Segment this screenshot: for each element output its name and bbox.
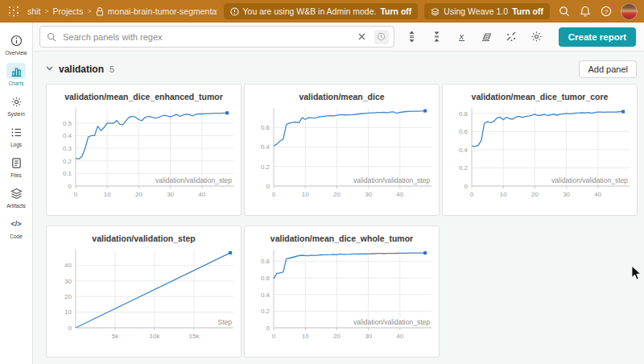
svg-text:0.4: 0.4 xyxy=(459,147,469,154)
user-avatar[interactable] xyxy=(621,3,638,20)
svg-text:40: 40 xyxy=(594,191,601,198)
weave-layers-icon xyxy=(431,7,440,16)
chart-panel[interactable]: validation/mean_dice_whole_tumor 00.20.4… xyxy=(244,225,440,358)
top-navbar: shit > Projects > monai-brain-tumor-segm… xyxy=(0,0,644,23)
chart-title: validation/mean_dice_tumor_core xyxy=(443,85,637,101)
svg-text:10: 10 xyxy=(500,191,507,198)
svg-text:30: 30 xyxy=(365,191,372,198)
sparkline-magic-icon[interactable] xyxy=(505,30,518,43)
search-history-icon[interactable] xyxy=(374,30,389,44)
svg-text:0.6: 0.6 xyxy=(459,128,469,135)
run-sidebar: Overview Charts System Logs xyxy=(0,23,33,364)
weave-turn-off-button[interactable]: Turn off xyxy=(512,6,543,16)
expand-panels-icon[interactable] xyxy=(405,30,419,43)
svg-text:0.2: 0.2 xyxy=(63,158,72,165)
svg-text:10: 10 xyxy=(64,308,72,316)
sidebar-item-label: Charts xyxy=(8,81,23,86)
sidebar-item-label: Logs xyxy=(10,142,22,147)
line-chart-plot[interactable]: 00.20.40.6010203040validation/validation… xyxy=(245,102,439,205)
svg-text:validation/validation_step: validation/validation_step xyxy=(155,176,232,184)
svg-text:15k: 15k xyxy=(189,333,200,340)
line-chart-plot[interactable]: 00.10.20.30.40.5010203040validation/vali… xyxy=(47,102,241,205)
chart-title: validation/mean_dice_enhanced_tumor xyxy=(47,85,241,101)
search-input[interactable] xyxy=(61,31,350,43)
chart-panel[interactable]: validation/mean_dice_tumor_core 00.20.40… xyxy=(442,84,638,216)
admin-mode-banner[interactable]: You are using W&B in Admin mode. Turn of… xyxy=(224,3,419,19)
sidebar-item-overview[interactable]: Overview xyxy=(0,32,32,56)
sidebar-item-system[interactable]: System xyxy=(0,93,32,117)
svg-text:10: 10 xyxy=(302,191,309,198)
breadcrumb: shit > Projects > monai-brain-tumor-segm… xyxy=(27,6,217,16)
wandb-run-workspace: shit > Projects > monai-brain-tumor-segm… xyxy=(0,0,644,364)
weave-banner-text: Using Weave 1.0 xyxy=(444,6,508,16)
panels-toolbar: x Create report xyxy=(33,23,644,52)
sidebar-item-code[interactable]: </> Code xyxy=(0,216,32,239)
breadcrumb-user[interactable]: shit xyxy=(27,6,40,16)
breadcrumb-project[interactable]: monai-brain-tumor-segmentation xyxy=(108,6,217,16)
notifications-bell-icon[interactable] xyxy=(579,5,592,18)
bar-chart-icon xyxy=(6,63,26,79)
document-icon xyxy=(6,155,26,171)
breadcrumb-projects[interactable]: Projects xyxy=(53,6,84,16)
admin-banner-text: You are using W&B in Admin mode. xyxy=(243,6,377,16)
clear-search-icon[interactable] xyxy=(355,30,369,44)
svg-text:0.3: 0.3 xyxy=(63,145,72,152)
search-icon[interactable] xyxy=(558,5,571,18)
x-axis-settings-icon[interactable]: x xyxy=(455,30,469,43)
admin-turn-off-button[interactable]: Turn off xyxy=(380,6,411,16)
svg-text:0: 0 xyxy=(68,325,72,332)
chevron-down-icon[interactable] xyxy=(46,64,53,72)
svg-text:0.8: 0.8 xyxy=(261,258,270,265)
svg-text:?: ? xyxy=(605,8,609,15)
sidebar-item-artifacts[interactable]: Artifacts xyxy=(0,185,32,209)
svg-text:0.5: 0.5 xyxy=(63,120,72,127)
section-title[interactable]: validation xyxy=(59,64,104,75)
chart-panel[interactable]: validation/mean_dice_enhanced_tumor 00.1… xyxy=(46,84,242,216)
list-icon xyxy=(6,124,26,140)
sidebar-item-label: Overview xyxy=(5,50,27,56)
line-chart-plot[interactable]: 00.20.40.60.8010203040validation/validat… xyxy=(443,102,637,205)
panel-search-box xyxy=(39,26,394,48)
line-chart-plot[interactable]: 00.20.40.60.8010203040validation/validat… xyxy=(245,244,439,347)
svg-text:40: 40 xyxy=(198,191,205,198)
add-panel-button[interactable]: Add panel xyxy=(579,60,637,78)
svg-text:validation/validation_step: validation/validation_step xyxy=(353,176,430,184)
sidebar-item-label: Code xyxy=(10,234,23,239)
chart-panel[interactable]: validation/validation_step 0102030405k10… xyxy=(46,225,242,358)
svg-text:0: 0 xyxy=(74,191,78,198)
svg-text:0.6: 0.6 xyxy=(261,275,270,282)
create-report-button[interactable]: Create report xyxy=(559,27,636,47)
svg-text:0.6: 0.6 xyxy=(261,124,270,131)
svg-text:0.8: 0.8 xyxy=(459,110,469,118)
breadcrumb-separator: > xyxy=(88,7,92,15)
chart-title: validation/mean_dice_whole_tumor xyxy=(245,226,439,243)
sidebar-item-label: Artifacts xyxy=(6,203,25,209)
help-icon[interactable]: ? xyxy=(600,5,613,18)
svg-text:30: 30 xyxy=(365,333,372,340)
svg-text:0: 0 xyxy=(68,183,72,190)
svg-text:0: 0 xyxy=(464,183,469,190)
svg-text:30: 30 xyxy=(64,278,72,285)
svg-text:0: 0 xyxy=(272,191,276,198)
line-chart-plot[interactable]: 0102030405k10k15kStep xyxy=(47,244,241,347)
section-header-validation: validation 5 Add panel xyxy=(46,60,637,79)
gear-icon xyxy=(6,93,26,110)
sidebar-item-files[interactable]: Files xyxy=(0,155,32,178)
sidebar-item-logs[interactable]: Logs xyxy=(0,124,32,147)
svg-text:20: 20 xyxy=(333,191,341,198)
alert-circle-icon xyxy=(230,7,239,16)
wandb-logo-icon[interactable] xyxy=(6,5,21,18)
svg-text:20: 20 xyxy=(531,191,539,198)
notification-dot xyxy=(610,3,614,7)
chart-panel[interactable]: validation/mean_dice 00.20.40.6010203040… xyxy=(244,84,440,216)
search-icon xyxy=(47,32,56,42)
svg-text:0.2: 0.2 xyxy=(459,164,469,172)
weave-banner[interactable]: Using Weave 1.0 Turn off xyxy=(424,3,550,19)
panel-tools: x xyxy=(405,30,543,43)
panel-layout-icon[interactable] xyxy=(480,30,493,43)
workspace-settings-gear-icon[interactable] xyxy=(530,30,543,43)
sidebar-item-charts[interactable]: Charts xyxy=(0,63,32,86)
sidebar-item-label: System xyxy=(7,111,25,117)
svg-text:10k: 10k xyxy=(150,333,161,340)
collapse-panels-icon[interactable] xyxy=(430,30,444,43)
